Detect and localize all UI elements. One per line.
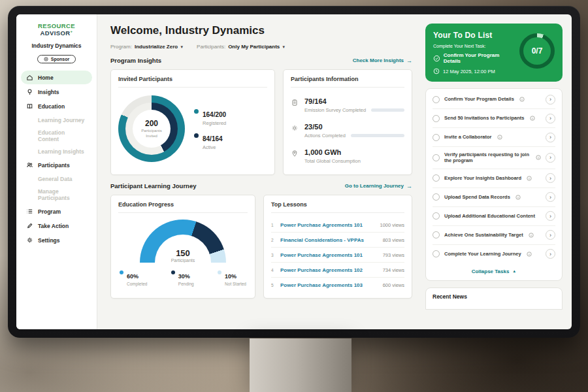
info-icon: [527, 176, 532, 181]
sidebar-item-program[interactable]: Program: [21, 204, 92, 218]
dashboard-screen: RESOURCE ADVISOR+ Industry Dynamics Spon…: [16, 14, 572, 329]
pencil-icon: [26, 222, 33, 229]
invited-donut: 200 Participants Invited: [118, 95, 185, 162]
task-checkbox[interactable]: [433, 96, 440, 103]
program-filter-label: Program:: [110, 44, 132, 50]
task-row[interactable]: Upload Additional Educational Content ›: [433, 207, 555, 226]
lesson-link[interactable]: Power Purchase Agreements 101: [280, 252, 378, 258]
chevron-right-icon[interactable]: ›: [546, 153, 555, 163]
todo-header-card: Your To Do List Complete Your Next Task:…: [425, 24, 563, 82]
task-row[interactable]: Complete Your Learning Journey ›: [433, 245, 555, 263]
lesson-row: 4 Power Purchase Agreements 102 734 view…: [271, 263, 404, 278]
program-select[interactable]: Industrialize Zero ▼: [135, 44, 184, 50]
invited-center-label: Participants Invited: [137, 129, 166, 138]
clock-icon: [433, 68, 440, 74]
chevron-right-icon[interactable]: ›: [546, 173, 555, 183]
legend-dot-completed: [120, 270, 123, 274]
task-row[interactable]: Explore Your Insights Dashboard ›: [433, 169, 555, 188]
legend-dot-not-started: [218, 270, 221, 274]
invited-participants-card: Invited Participants 200 Participants In…: [110, 69, 275, 175]
collapse-tasks[interactable]: Collapse Tasks ▲: [433, 263, 555, 280]
info-icon: [529, 233, 534, 238]
lesson-link[interactable]: Power Purchase Agreements 102: [280, 267, 378, 273]
task-checkbox[interactable]: [433, 250, 440, 257]
task-checkbox[interactable]: [433, 231, 440, 238]
task-checkbox[interactable]: [433, 174, 440, 182]
gear-small-icon: [291, 124, 299, 132]
info-icon: [497, 135, 502, 140]
brand-advisor: ADVISOR: [41, 29, 71, 37]
info-icon: [536, 155, 541, 160]
brand-logo: RESOURCE ADVISOR+: [21, 22, 92, 37]
task-row[interactable]: Upload Spend Data Records ›: [433, 188, 555, 207]
todo-next-task: Confirm Your Program Details: [444, 52, 517, 64]
stat-emission-survey: 79/164 Emission Survey Completed: [291, 92, 404, 118]
lesson-link[interactable]: Power Purchase Agreements 103: [280, 282, 378, 288]
sidebar-item-learning-insights[interactable]: Learning Insights: [21, 145, 92, 157]
sidebar-item-home[interactable]: Home: [21, 71, 92, 84]
legend-item: 60% Completed: [120, 269, 147, 286]
home-icon: [26, 74, 33, 81]
task-row[interactable]: Confirm Your Program Details ›: [433, 90, 555, 109]
legend-item: 164/200 Registered: [194, 108, 226, 126]
chevron-right-icon[interactable]: ›: [546, 95, 555, 105]
task-checkbox[interactable]: [433, 193, 440, 201]
chevron-right-icon[interactable]: ›: [546, 211, 555, 221]
info-icon: [527, 252, 532, 257]
program-insights-heading: Program Insights: [110, 57, 161, 64]
lesson-link[interactable]: Power Purchase Agreements 101: [280, 222, 375, 228]
task-row[interactable]: Verify participants requesting to join t…: [433, 147, 555, 169]
sidebar-item-insights[interactable]: Insights: [21, 85, 92, 99]
legend-item: 10% Not Started: [218, 269, 246, 286]
lesson-row: 5 Power Purchase Agreements 103 600 view…: [271, 278, 404, 292]
chevron-right-icon[interactable]: ›: [546, 230, 555, 240]
sidebar-item-take-action[interactable]: Take Action: [21, 219, 92, 233]
info-icon: [515, 195, 521, 200]
lesson-link[interactable]: Financial Considerations - VPPAs: [280, 237, 378, 243]
sidebar-item-education-content[interactable]: Education Content: [21, 126, 92, 145]
stat-actions-completed: 23/50 Actions Completed: [291, 118, 404, 143]
sidebar-item-participants[interactable]: Participants: [21, 158, 92, 172]
go-to-learning-journey-link[interactable]: Go to Learning Journey →: [345, 183, 412, 189]
chevron-up-icon: ▲: [512, 269, 516, 273]
task-row[interactable]: Send 50 Invitations to Participants ›: [433, 109, 555, 128]
brand-resource: RESOURCE: [38, 22, 75, 29]
task-checkbox[interactable]: [433, 212, 440, 220]
recent-news-title: Recent News: [433, 293, 467, 300]
monitor-bezel: RESOURCE ADVISOR+ Industry Dynamics Spon…: [8, 6, 580, 338]
legend-dot-registered: [194, 109, 199, 114]
learning-journey-heading: Participant Learning Journey: [110, 182, 196, 189]
chevron-right-icon[interactable]: ›: [546, 114, 555, 123]
chevron-right-icon[interactable]: ›: [546, 249, 555, 259]
main-content: Welcome, Industry Dynamics Program: Indu…: [97, 14, 423, 329]
sponsor-badge[interactable]: Sponsor: [37, 55, 76, 63]
sidebar-item-learning-journey[interactable]: Learning Journey: [21, 114, 92, 126]
lesson-row: 1 Power Purchase Agreements 101 1000 vie…: [271, 218, 404, 233]
location-pin-icon: [291, 150, 299, 157]
task-row[interactable]: Achieve One Sustainability Target ›: [433, 226, 555, 245]
sponsor-icon: [44, 57, 48, 61]
task-checkbox[interactable]: [433, 115, 440, 122]
invited-center-value: 200: [145, 119, 158, 128]
chevron-right-icon[interactable]: ›: [546, 133, 555, 142]
todo-due-date: 12 May 2025, 12:00 PM: [443, 69, 495, 74]
participants-filter-label: Participants:: [197, 44, 225, 50]
chevron-right-icon[interactable]: ›: [546, 192, 555, 202]
participants-select[interactable]: Only My Participants ▼: [228, 44, 286, 50]
sidebar-item-general-data[interactable]: General Data: [21, 172, 92, 185]
check-more-insights-link[interactable]: Check More Insights →: [353, 57, 412, 64]
sidebar-item-education[interactable]: Education: [21, 99, 92, 113]
filter-bar: Program: Industrialize Zero ▼ Participan…: [110, 44, 412, 50]
task-checkbox[interactable]: [433, 154, 440, 161]
education-progress-card: Education Progress 150 Participants 60%: [110, 195, 255, 299]
users-icon: [26, 161, 33, 169]
sidebar-item-manage-participants[interactable]: Manage Participants: [21, 185, 92, 204]
task-checkbox[interactable]: [433, 134, 440, 141]
sidebar-item-settings[interactable]: Settings: [21, 233, 92, 247]
page-title: Welcome, Industry Dynamics: [110, 24, 412, 37]
task-row[interactable]: Invite a Collaborator ›: [433, 128, 555, 147]
info-icon: [519, 97, 525, 102]
list-icon: [26, 208, 33, 215]
clipboard-icon: [291, 99, 299, 106]
education-gauge: 150 Participants: [140, 220, 226, 263]
